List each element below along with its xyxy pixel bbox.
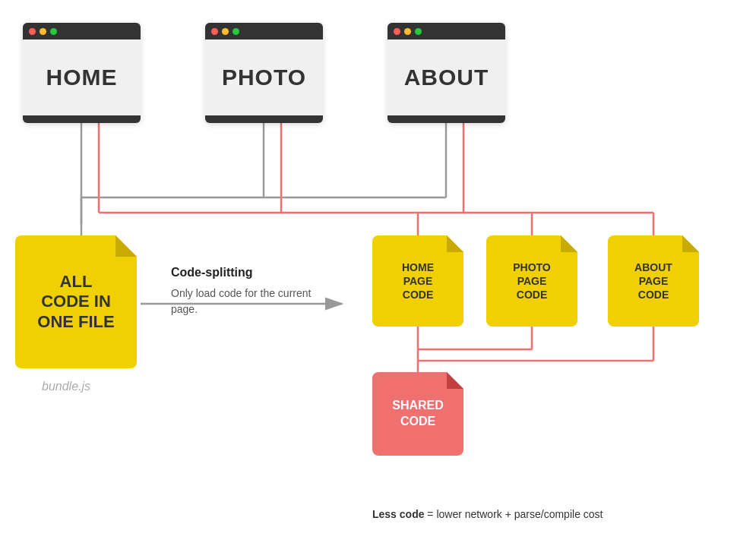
browser-home: HOME [23, 23, 141, 123]
doc-about-page-code: ABOUTPAGECODE [608, 235, 699, 327]
dot-red-home [29, 28, 36, 35]
bundle-label: bundle.js [42, 380, 90, 393]
doc-shared-code: SHAREDCODE [372, 372, 463, 456]
bottom-note-strong: Less code [372, 508, 424, 520]
browser-about-bottombar [387, 115, 505, 123]
dot-green-home [50, 28, 57, 35]
browser-about: ABOUT [387, 23, 505, 123]
browser-about-label: ABOUT [404, 65, 489, 90]
doc-about-page-text: ABOUTPAGECODE [634, 260, 672, 302]
dot-yellow-about [404, 28, 411, 35]
browser-home-bottombar [23, 115, 141, 123]
browser-about-titlebar [387, 23, 505, 39]
doc-photo-page-text: PHOTOPAGECODE [513, 260, 551, 302]
doc-all-code: ALLCODE INONE FILE [15, 235, 137, 368]
code-splitting-block: Code-splitting Only load code for the cu… [171, 266, 315, 317]
dot-red-about [394, 28, 400, 35]
doc-home-page-code: HOMEPAGECODE [372, 235, 463, 327]
doc-home-page-text: HOMEPAGECODE [402, 260, 434, 302]
dot-green-about [415, 28, 422, 35]
browser-home-body: HOME [23, 39, 141, 115]
browser-home-titlebar [23, 23, 141, 39]
doc-all-code-text: ALLCODE INONE FILE [30, 264, 122, 339]
browser-photo-label: PHOTO [222, 65, 306, 90]
browser-photo-titlebar [205, 23, 323, 39]
browser-photo-bottombar [205, 115, 323, 123]
code-splitting-title: Code-splitting [171, 266, 315, 279]
browser-about-body: ABOUT [387, 39, 505, 115]
browser-photo: PHOTO [205, 23, 323, 123]
dot-green-photo [232, 28, 239, 35]
browser-photo-body: PHOTO [205, 39, 323, 115]
code-splitting-body: Only load code for the current page. [171, 286, 315, 317]
dot-yellow-home [40, 28, 46, 35]
bottom-note: Less code = lower network + parse/compil… [372, 508, 603, 520]
doc-photo-page-code: PHOTOPAGECODE [486, 235, 577, 327]
doc-shared-code-text: SHAREDCODE [392, 398, 444, 430]
bottom-note-rest: = lower network + parse/compile cost [424, 508, 603, 520]
diagram: HOME PHOTO ABOUT ALLCODE INONE FILE bund… [0, 0, 756, 543]
browser-home-label: HOME [46, 65, 118, 90]
dot-red-photo [211, 28, 218, 35]
dot-yellow-photo [222, 28, 229, 35]
